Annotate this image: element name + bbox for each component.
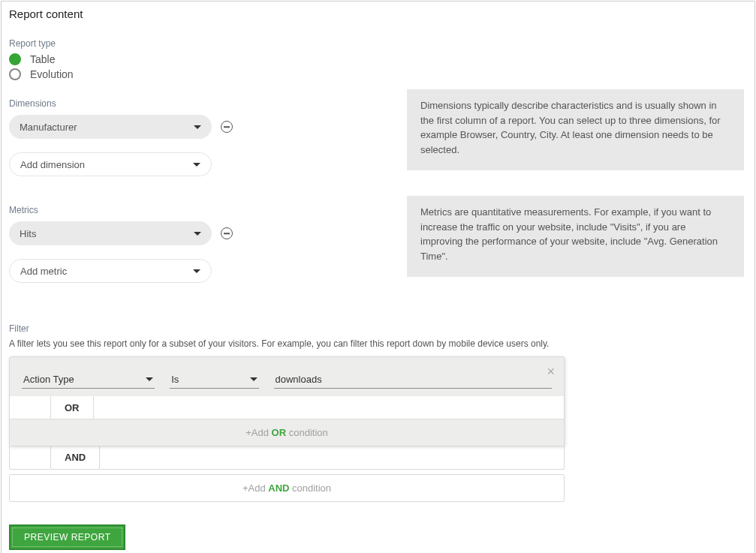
radio-label: Table (30, 53, 55, 65)
add-metric-select[interactable]: Add metric (9, 259, 212, 283)
metrics-label: Metrics (9, 205, 384, 215)
filter-value-input[interactable] (274, 371, 553, 389)
dimensions-label: Dimensions (9, 98, 384, 109)
dimension-selected-value: Manufacturer (20, 122, 77, 133)
close-icon[interactable]: × (547, 365, 555, 378)
dimensions-help: Dimensions typically describe characteri… (407, 89, 744, 170)
filter-section: Filter A filter lets you see this report… (2, 311, 754, 550)
report-type-label: Report type (9, 38, 747, 49)
panel-title: Report content (2, 2, 754, 26)
add-dimension-label: Add dimension (20, 159, 85, 170)
chevron-down-icon (250, 377, 258, 381)
filter-field-value: Action Type (23, 374, 74, 385)
radio-icon (9, 53, 21, 65)
add-or-condition-button[interactable]: +Add OR condition (10, 419, 564, 446)
filter-field-select[interactable]: Action Type (22, 371, 155, 389)
remove-metric-icon[interactable] (221, 227, 233, 239)
filter-condition-group: × Action Type Is OR (9, 356, 565, 446)
dimension-select[interactable]: Manufacturer (9, 115, 212, 139)
and-connector-row: AND (9, 446, 565, 470)
metric-select[interactable]: Hits (9, 221, 212, 245)
dimensions-section: Dimensions Manufacturer Add dimension (2, 83, 754, 190)
metrics-help: Metrics are quantitative measurements. F… (407, 196, 744, 277)
add-and-condition-button[interactable]: +Add AND condition (9, 474, 565, 502)
metrics-section: Metrics Hits Add metric Metrics are q (2, 190, 754, 296)
and-chip: AND (50, 446, 100, 470)
or-chip: OR (51, 396, 94, 419)
filter-operator-value: Is (171, 374, 179, 385)
chevron-down-icon (194, 125, 201, 129)
filter-operator-select[interactable]: Is (170, 371, 258, 389)
report-type-option-table[interactable]: Table (9, 53, 747, 65)
chevron-down-icon (193, 269, 200, 273)
filter-description: A filter lets you see this report only f… (9, 338, 747, 349)
or-connector-row: OR (10, 396, 564, 419)
radio-icon (9, 68, 21, 80)
report-type-option-evolution[interactable]: Evolution (9, 68, 747, 80)
report-content-panel: Report content Report type Table Evoluti… (1, 1, 755, 553)
radio-label: Evolution (30, 68, 74, 80)
add-dimension-select[interactable]: Add dimension (9, 152, 212, 176)
chevron-down-icon (194, 232, 201, 236)
add-metric-label: Add metric (20, 266, 67, 277)
chevron-down-icon (193, 163, 200, 167)
remove-dimension-icon[interactable] (221, 121, 233, 133)
filter-label: Filter (9, 323, 747, 334)
metric-selected-value: Hits (20, 228, 36, 239)
preview-report-button[interactable]: PREVIEW REPORT (9, 524, 125, 550)
report-type-section: Report type Table Evolution (2, 26, 754, 80)
chevron-down-icon (146, 377, 153, 381)
